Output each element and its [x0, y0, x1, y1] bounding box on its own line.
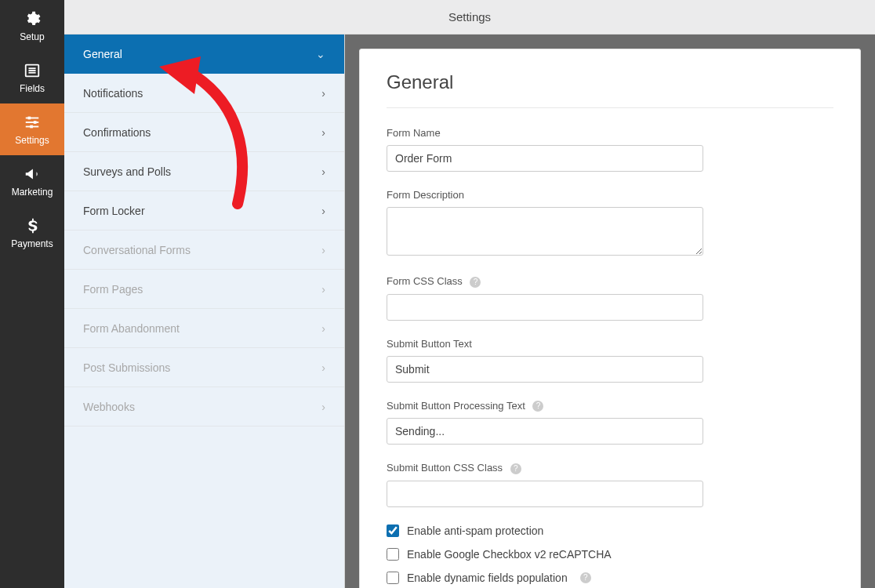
form-description-label: Form Description [387, 189, 833, 201]
checkbox-label: Enable dynamic fields population [407, 572, 568, 584]
checkbox-label: Enable anti-spam protection [407, 524, 543, 537]
chevron-right-icon: › [321, 87, 325, 100]
sidebar-item-label: Form Locker [83, 205, 145, 217]
svg-rect-9 [30, 125, 33, 128]
sidebar-item-label: Confirmations [83, 126, 151, 139]
checkbox-row[interactable]: Enable Google Checkbox v2 reCAPTCHA [387, 548, 833, 561]
submit-button-text-label: Submit Button Text [387, 338, 833, 350]
submit-button-css-class-label: Submit Button CSS Class ? [387, 462, 833, 474]
chevron-right-icon: › [321, 361, 325, 374]
sidebar-item-label: Notifications [83, 87, 143, 100]
rail-item-payments[interactable]: Payments [0, 207, 64, 259]
rail-item-settings[interactable]: Settings [0, 103, 64, 155]
sidebar-item-label: Form Abandonment [83, 322, 180, 335]
chevron-right-icon: › [321, 322, 325, 335]
help-icon[interactable]: ? [580, 572, 591, 583]
sidebar-item-label: Form Pages [83, 283, 143, 296]
chevron-right-icon: › [321, 244, 325, 256]
help-icon[interactable]: ? [510, 463, 521, 474]
chevron-down-icon: ⌄ [316, 48, 325, 60]
nav-rail: SetupFieldsSettingsMarketingPayments [0, 0, 64, 588]
rail-item-setup[interactable]: Setup [0, 0, 64, 52]
svg-rect-8 [34, 121, 37, 124]
sidebar-item-surveys-and-polls[interactable]: Surveys and Polls› [64, 152, 344, 191]
sidebar-item-form-abandonment[interactable]: Form Abandonment› [64, 309, 344, 348]
rail-item-label: Setup [20, 31, 44, 42]
gear-icon [24, 10, 41, 27]
rail-item-label: Marketing [12, 187, 53, 198]
rail-item-marketing[interactable]: Marketing [0, 155, 64, 207]
submit-button-css-class-input[interactable] [387, 481, 703, 507]
checkbox-input[interactable] [387, 524, 399, 537]
rail-item-label: Settings [15, 135, 49, 146]
chevron-right-icon: › [321, 283, 325, 296]
settings-sidebar: General⌄Notifications›Confirmations›Surv… [64, 34, 345, 588]
sidebar-item-label: Conversational Forms [83, 244, 191, 256]
submit-button-processing-label: Submit Button Processing Text ? [387, 400, 833, 412]
sidebar-item-form-pages[interactable]: Form Pages› [64, 270, 344, 309]
rail-item-label: Payments [11, 238, 53, 249]
sidebar-item-label: Surveys and Polls [83, 165, 171, 178]
form-css-class-input[interactable] [387, 294, 703, 321]
checkbox-input[interactable] [387, 572, 399, 584]
sidebar-item-webhooks[interactable]: Webhooks› [64, 387, 344, 426]
sidebar-item-confirmations[interactable]: Confirmations› [64, 113, 344, 152]
checkbox-row[interactable]: Enable dynamic fields population? [387, 572, 833, 584]
chevron-right-icon: › [321, 205, 325, 217]
sidebar-item-notifications[interactable]: Notifications› [64, 74, 344, 113]
form-css-class-label: Form CSS Class ? [387, 275, 833, 288]
panel-heading: General [387, 71, 833, 108]
sidebar-item-post-submissions[interactable]: Post Submissions› [64, 348, 344, 387]
sliders-icon [24, 114, 41, 131]
help-icon[interactable]: ? [532, 401, 543, 412]
sidebar-item-label: Post Submissions [83, 361, 170, 374]
main-content: General Form Name Form Description Form … [345, 34, 875, 588]
checkbox-row[interactable]: Enable anti-spam protection [387, 524, 833, 537]
checkbox-label: Enable Google Checkbox v2 reCAPTCHA [407, 548, 612, 561]
chevron-right-icon: › [321, 126, 325, 139]
sidebar-item-conversational-forms[interactable]: Conversational Forms› [64, 230, 344, 270]
sidebar-item-form-locker[interactable]: Form Locker› [64, 191, 344, 230]
chevron-right-icon: › [321, 165, 325, 178]
settings-panel: General Form Name Form Description Form … [359, 49, 861, 588]
list-icon [24, 62, 41, 79]
svg-rect-7 [28, 116, 31, 119]
form-description-input[interactable] [387, 207, 703, 256]
topbar: Settings [64, 0, 875, 34]
rail-item-fields[interactable]: Fields [0, 52, 64, 103]
dollar-icon [24, 217, 41, 234]
help-icon[interactable]: ? [470, 277, 481, 288]
checkbox-input[interactable] [387, 548, 399, 561]
sidebar-item-general[interactable]: General⌄ [64, 34, 344, 74]
submit-button-text-input[interactable] [387, 356, 703, 383]
sidebar-item-label: Webhooks [83, 401, 135, 413]
form-name-label: Form Name [387, 127, 833, 139]
submit-button-processing-input[interactable] [387, 418, 703, 445]
form-name-input[interactable] [387, 145, 703, 172]
topbar-title: Settings [448, 10, 491, 24]
chevron-right-icon: › [321, 401, 325, 413]
rail-item-label: Fields [20, 83, 45, 94]
bullhorn-icon [24, 165, 41, 183]
sidebar-item-label: General [83, 48, 122, 60]
